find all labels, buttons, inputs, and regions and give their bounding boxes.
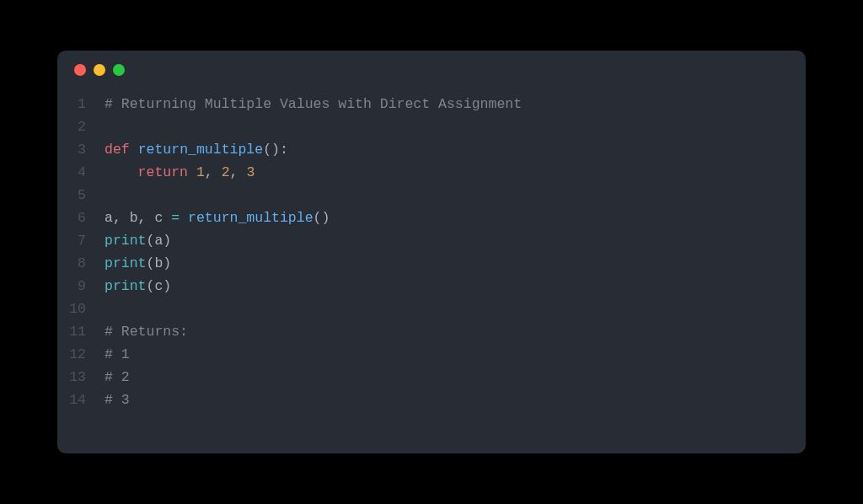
token-op: = [171, 210, 180, 226]
line-number: 9 [57, 275, 105, 298]
line-content [105, 184, 806, 206]
line-number: 8 [57, 252, 105, 275]
line-number: 3 [57, 138, 105, 161]
code-line: 12# 1 [57, 343, 806, 366]
code-line: 14# 3 [57, 389, 806, 411]
token-func: return_multiple [138, 142, 264, 158]
line-content: # 2 [105, 366, 806, 389]
line-content: a, b, c = return_multiple() [105, 206, 806, 229]
token-ident [105, 164, 138, 180]
token-paren: () [314, 210, 330, 226]
line-content [105, 298, 806, 320]
code-line: 10 [57, 298, 806, 320]
minimize-icon[interactable] [94, 64, 105, 76]
token-ident [130, 142, 138, 158]
line-number: 10 [57, 298, 105, 320]
token-def: def [105, 142, 130, 158]
token-comment: # 1 [105, 346, 130, 362]
line-number: 14 [57, 389, 105, 411]
line-number: 13 [57, 366, 105, 389]
token-paren: (): [263, 142, 288, 158]
line-number: 4 [57, 161, 105, 184]
line-number: 5 [57, 184, 105, 206]
token-punct: , [230, 164, 247, 180]
code-line: 11# Returns: [57, 320, 806, 343]
code-line: 5 [57, 184, 806, 206]
token-ident [180, 210, 188, 226]
token-number: 2 [222, 164, 230, 180]
code-line: 4 return 1, 2, 3 [57, 161, 806, 184]
line-number: 11 [57, 320, 105, 343]
line-content [105, 115, 806, 138]
token-func: return_multiple [188, 210, 314, 226]
line-content: # 3 [105, 389, 806, 411]
token-comment: # Returning Multiple Values with Direct … [105, 96, 522, 112]
code-line: 1# Returning Multiple Values with Direct… [57, 93, 806, 115]
line-number: 7 [57, 229, 105, 252]
token-paren: (a) [147, 233, 172, 249]
token-return: return [138, 164, 188, 180]
code-line: 8print(b) [57, 252, 806, 275]
line-number: 6 [57, 206, 105, 229]
token-builtin: print [105, 255, 147, 271]
line-content: # Returns: [105, 320, 806, 343]
close-icon[interactable] [74, 64, 86, 76]
line-number: 2 [57, 115, 105, 138]
line-content: # 1 [105, 343, 806, 366]
token-number: 1 [196, 164, 205, 180]
code-line: 9print(c) [57, 275, 806, 298]
code-window: 1# Returning Multiple Values with Direct… [57, 51, 806, 453]
code-line: 13# 2 [57, 366, 806, 389]
line-content: print(a) [105, 229, 806, 252]
line-number: 1 [57, 93, 105, 115]
titlebar [57, 51, 806, 89]
code-line: 2 [57, 115, 806, 138]
token-builtin: print [105, 278, 147, 294]
code-line: 7print(a) [57, 229, 806, 252]
line-content: print(b) [105, 252, 806, 275]
token-paren: (b) [147, 255, 172, 271]
line-content: return 1, 2, 3 [105, 161, 806, 184]
code-line: 3def return_multiple(): [57, 138, 806, 161]
token-number: 3 [246, 164, 255, 180]
line-content: # Returning Multiple Values with Direct … [105, 93, 806, 115]
token-ident [188, 164, 196, 180]
token-comment: # Returns: [105, 324, 188, 340]
token-comment: # 2 [105, 369, 130, 385]
token-comment: # 3 [105, 392, 130, 408]
token-paren: (c) [147, 278, 172, 294]
token-builtin: print [105, 233, 147, 249]
line-number: 12 [57, 343, 105, 366]
line-content: print(c) [105, 275, 806, 298]
line-content: def return_multiple(): [105, 138, 806, 161]
zoom-icon[interactable] [113, 64, 125, 76]
token-punct: , [205, 164, 222, 180]
token-ident: a, b, c [105, 210, 171, 226]
code-editor[interactable]: 1# Returning Multiple Values with Direct… [57, 89, 806, 453]
code-line: 6a, b, c = return_multiple() [57, 206, 806, 229]
